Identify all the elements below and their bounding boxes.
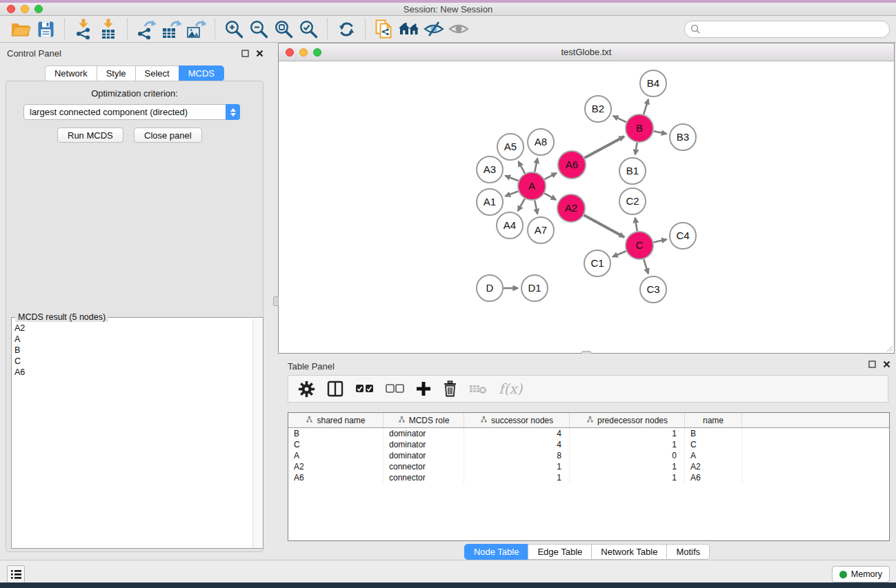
close-network-button[interactable] bbox=[286, 48, 294, 57]
edge-A-A1[interactable] bbox=[505, 191, 518, 196]
table-tab-network-table[interactable]: Network Table bbox=[591, 544, 667, 560]
table-row[interactable]: A6connector11A6 bbox=[288, 472, 889, 483]
node-A8[interactable]: A8 bbox=[528, 129, 554, 155]
table-tab-node-table[interactable]: Node Table bbox=[464, 544, 529, 560]
apply-function-button[interactable]: f(x) bbox=[499, 381, 522, 397]
deselect-all-icon[interactable] bbox=[386, 384, 404, 394]
node-A2[interactable]: A2 bbox=[557, 194, 585, 222]
edge-A-A8[interactable] bbox=[535, 159, 537, 172]
node-C[interactable]: C bbox=[626, 232, 653, 259]
hide-graphics-details-button[interactable] bbox=[421, 17, 446, 41]
float-panel-icon[interactable] bbox=[868, 361, 876, 368]
table-row[interactable]: Cdominator41C bbox=[288, 439, 889, 450]
edge-B-B1[interactable] bbox=[635, 143, 637, 155]
node-A1[interactable]: A1 bbox=[477, 189, 503, 215]
edge-C-C3[interactable] bbox=[644, 259, 648, 274]
mcds-result-item[interactable]: C bbox=[14, 356, 252, 367]
close-panel-icon[interactable] bbox=[256, 50, 263, 57]
network-window-titlebar[interactable]: testGlobe.txt bbox=[279, 43, 894, 61]
settings-gear-icon[interactable] bbox=[298, 381, 315, 398]
tab-select[interactable]: Select bbox=[135, 65, 179, 81]
zoom-network-button[interactable] bbox=[313, 48, 321, 57]
edge-A6-B[interactable] bbox=[584, 136, 624, 158]
node-A4[interactable]: A4 bbox=[497, 212, 523, 239]
close-window-button[interactable] bbox=[7, 5, 15, 13]
edge-A-A5[interactable] bbox=[518, 161, 525, 173]
table-tab-edge-table[interactable]: Edge Table bbox=[528, 544, 592, 560]
table-row[interactable]: A2connector11A2 bbox=[288, 461, 889, 472]
mcds-list-scrollbar[interactable] bbox=[252, 319, 263, 548]
copy-network-button[interactable] bbox=[372, 17, 397, 41]
zoom-fit-button[interactable] bbox=[271, 17, 296, 41]
column-header-successor-nodes[interactable]: successor nodes bbox=[464, 413, 570, 427]
cybrowser-home-button[interactable] bbox=[397, 17, 421, 41]
zoom-out-button[interactable] bbox=[246, 17, 271, 41]
edge-B-B2[interactable] bbox=[613, 116, 626, 122]
delete-table-icon[interactable] bbox=[469, 383, 487, 394]
tab-mcds[interactable]: MCDS bbox=[179, 65, 224, 81]
edge-A-A2[interactable] bbox=[544, 193, 556, 199]
node-A5[interactable]: A5 bbox=[497, 134, 524, 160]
node-C3[interactable]: C3 bbox=[640, 276, 666, 303]
column-header-shared-name[interactable]: shared name bbox=[288, 413, 384, 427]
search-input[interactable] bbox=[701, 23, 884, 35]
export-network-button[interactable] bbox=[134, 17, 159, 41]
criterion-dropdown[interactable]: largest connected component (directed) bbox=[23, 104, 240, 120]
import-network-button[interactable] bbox=[71, 17, 96, 41]
table-row[interactable]: Adominator80A bbox=[288, 450, 889, 461]
node-C2[interactable]: C2 bbox=[619, 188, 646, 214]
open-session-button[interactable] bbox=[8, 17, 33, 41]
column-header-predecessor-nodes[interactable]: predecessor nodes bbox=[570, 413, 685, 427]
node-C1[interactable]: C1 bbox=[584, 250, 610, 276]
vertical-splitter-handle[interactable] bbox=[273, 296, 279, 306]
column-header-MCDS-role[interactable]: MCDS role bbox=[384, 413, 464, 427]
minimize-network-button[interactable] bbox=[299, 48, 308, 57]
edge-B-B3[interactable] bbox=[654, 131, 667, 134]
zoom-selected-button[interactable] bbox=[296, 17, 321, 41]
task-history-button[interactable] bbox=[7, 565, 25, 583]
export-image-button[interactable] bbox=[183, 17, 208, 41]
search-field[interactable] bbox=[684, 21, 890, 38]
node-B2[interactable]: B2 bbox=[585, 96, 611, 122]
edge-A2-C[interactable] bbox=[584, 215, 624, 237]
column-header-name[interactable]: name bbox=[685, 413, 742, 427]
edge-A-A4[interactable] bbox=[518, 199, 525, 211]
edge-C-C1[interactable] bbox=[613, 251, 626, 256]
toggle-columns-icon[interactable] bbox=[327, 381, 344, 397]
minimize-window-button[interactable] bbox=[21, 5, 29, 13]
edge-B-B4[interactable] bbox=[644, 99, 648, 114]
run-mcds-button[interactable]: Run MCDS bbox=[57, 128, 123, 143]
node-D[interactable]: D bbox=[477, 275, 503, 301]
edge-C-C2[interactable] bbox=[635, 218, 637, 232]
show-graphics-details-button[interactable] bbox=[446, 17, 471, 41]
add-row-icon[interactable] bbox=[416, 381, 431, 396]
zoom-window-button[interactable] bbox=[34, 5, 43, 13]
node-C4[interactable]: C4 bbox=[670, 223, 696, 249]
delete-row-trash-icon[interactable] bbox=[443, 381, 457, 397]
node-B[interactable]: B bbox=[626, 114, 653, 142]
close-panel-button[interactable]: Close panel bbox=[134, 128, 202, 143]
resize-grip-icon[interactable] bbox=[885, 344, 893, 352]
memory-button[interactable]: Memory bbox=[832, 566, 890, 582]
tab-network[interactable]: Network bbox=[45, 65, 97, 81]
edge-C-C4[interactable] bbox=[653, 239, 666, 242]
mcds-result-list[interactable]: A2ABCA6 bbox=[12, 319, 252, 548]
node-B4[interactable]: B4 bbox=[640, 70, 666, 97]
edge-A-A3[interactable] bbox=[505, 176, 518, 181]
mcds-result-item[interactable]: B bbox=[14, 345, 252, 356]
table-row[interactable]: Bdominator41B bbox=[288, 428, 889, 439]
mcds-result-item[interactable]: A6 bbox=[14, 367, 252, 378]
table-tab-motifs[interactable]: Motifs bbox=[666, 544, 710, 560]
node-A[interactable]: A bbox=[518, 172, 546, 200]
import-table-button[interactable] bbox=[96, 17, 121, 41]
node-A6[interactable]: A6 bbox=[558, 151, 586, 179]
select-all-icon[interactable] bbox=[355, 384, 374, 394]
node-B3[interactable]: B3 bbox=[670, 124, 696, 150]
mcds-result-item[interactable]: A bbox=[14, 334, 252, 345]
edge-A-A6[interactable] bbox=[545, 173, 557, 179]
mcds-result-item[interactable]: A2 bbox=[14, 323, 252, 334]
node-A3[interactable]: A3 bbox=[477, 156, 503, 183]
save-session-button[interactable] bbox=[33, 17, 58, 41]
edge-A-A7[interactable] bbox=[535, 201, 537, 214]
float-panel-icon[interactable] bbox=[241, 50, 249, 57]
